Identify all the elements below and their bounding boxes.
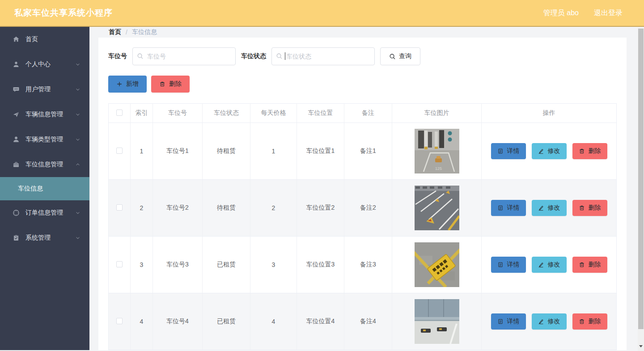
home-icon xyxy=(13,36,20,43)
cell-price: 1 xyxy=(250,123,297,180)
compass-icon xyxy=(13,209,20,216)
detail-button[interactable]: 详情 xyxy=(491,313,526,330)
admin-user-menu[interactable]: 管理员 abo xyxy=(543,8,579,18)
vertical-scrollbar[interactable] xyxy=(638,28,644,351)
trash-icon xyxy=(579,205,585,211)
parking-photo[interactable]: 125 xyxy=(415,129,459,173)
row-checkbox[interactable] xyxy=(116,261,123,267)
app-header: 私家车位共享系统小程序 管理员 abo 退出登录 xyxy=(0,0,644,27)
delete-button-label: 删除 xyxy=(589,317,601,326)
spot-number-input[interactable] xyxy=(132,47,236,65)
cell-note: 备注1 xyxy=(344,123,392,180)
delete-button[interactable]: 删除 xyxy=(572,200,607,216)
content-card: 车位号 车位状态 查询 xyxy=(98,38,627,350)
query-button[interactable]: 查询 xyxy=(380,47,420,65)
sidebar-item-label: 车辆信息管理 xyxy=(25,110,75,118)
table-row: 1 车位号1 待租赁 1 车位位置1 备注1 xyxy=(109,123,617,180)
delete-button[interactable]: 删除 xyxy=(572,143,607,159)
cell-note: 备注2 xyxy=(344,180,392,237)
detail-button-label: 详情 xyxy=(507,261,520,269)
spot-number-label: 车位号 xyxy=(108,52,127,60)
cell-location: 车位位置3 xyxy=(297,237,344,293)
detail-button[interactable]: 详情 xyxy=(491,257,526,273)
col-location: 车位位置 xyxy=(297,104,344,123)
table-row: 3 车位号3 已租赁 3 车位位置3 备注3 xyxy=(109,237,617,293)
chevron-up-icon xyxy=(75,162,80,167)
scrollbar-thumb[interactable] xyxy=(638,29,644,329)
parking-photo[interactable] xyxy=(415,186,459,230)
spot-number-field-wrap xyxy=(132,47,236,65)
add-button-label: 新增 xyxy=(126,80,139,88)
pen-icon xyxy=(538,318,544,325)
query-button-label: 查询 xyxy=(399,52,411,60)
edit-button[interactable]: 修改 xyxy=(532,200,567,216)
cell-spot: 车位号4 xyxy=(153,293,203,350)
sidebar-item-order-info-management[interactable]: 订单信息管理 xyxy=(0,200,89,225)
cell-location: 车位位置1 xyxy=(297,123,344,180)
detail-button[interactable]: 详情 xyxy=(491,143,526,159)
sidebar-item-label: 车辆类型管理 xyxy=(25,135,75,144)
edit-button[interactable]: 修改 xyxy=(532,143,567,159)
breadcrumb-home[interactable]: 首页 xyxy=(109,28,121,36)
row-checkbox[interactable] xyxy=(116,204,123,211)
pen-icon xyxy=(538,205,544,211)
cell-spot: 车位号1 xyxy=(153,123,203,180)
sidebar-item-user-management[interactable]: 用户管理 xyxy=(0,77,89,102)
detail-button-label: 详情 xyxy=(507,204,520,212)
plus-icon xyxy=(116,81,123,87)
cell-status: 待租赁 xyxy=(203,123,250,180)
edit-button-label: 修改 xyxy=(548,204,560,212)
cell-note: 备注3 xyxy=(344,237,392,293)
sidebar-subitem-parking-info-active[interactable]: 车位信息 xyxy=(0,177,89,200)
cell-status: 已租赁 xyxy=(203,237,250,293)
sidebar-item-home[interactable]: 首页 xyxy=(0,27,89,52)
cell-note: 备注4 xyxy=(344,293,392,350)
breadcrumb-separator: / xyxy=(126,29,127,36)
chevron-down-icon xyxy=(75,112,80,117)
sidebar-item-personal-center[interactable]: 个人中心 xyxy=(0,52,89,77)
edit-button-label: 修改 xyxy=(548,147,560,155)
text-caret xyxy=(285,52,285,60)
chat-icon xyxy=(13,86,20,93)
logout-link[interactable]: 退出登录 xyxy=(594,8,623,18)
scrollbar-down-arrow-icon[interactable] xyxy=(639,345,643,347)
select-all-checkbox[interactable] xyxy=(116,110,123,116)
user-icon xyxy=(13,61,20,68)
cell-spot: 车位号2 xyxy=(153,180,203,237)
batch-delete-button[interactable]: 删除 xyxy=(151,76,190,93)
col-actions: 操作 xyxy=(482,104,617,123)
chevron-down-icon xyxy=(75,87,80,92)
sidebar-item-system-management[interactable]: 系统管理 xyxy=(0,225,89,250)
col-price: 每天价格 xyxy=(250,104,297,123)
sidebar-item-parking-info-management[interactable]: 车位信息管理 xyxy=(0,152,89,177)
table-toolbar: 新增 删除 xyxy=(108,76,617,93)
trash-icon xyxy=(579,262,585,268)
cell-index: 1 xyxy=(131,123,153,180)
row-checkbox[interactable] xyxy=(116,148,123,154)
add-button[interactable]: 新增 xyxy=(108,76,147,93)
cell-price: 2 xyxy=(250,180,297,237)
breadcrumb-current: 车位信息 xyxy=(132,28,157,36)
edit-button[interactable]: 修改 xyxy=(532,313,567,330)
detail-button[interactable]: 详情 xyxy=(491,200,526,216)
cell-index: 2 xyxy=(131,180,153,237)
delete-button-label: 删除 xyxy=(589,204,601,212)
delete-button-label: 删除 xyxy=(589,261,601,269)
table-header-row: 索引 车位号 车位状态 每天价格 车位位置 备注 车位图片 操作 xyxy=(109,104,617,123)
sidebar-item-vehicle-info-management[interactable]: 车辆信息管理 xyxy=(0,102,89,127)
document-icon xyxy=(497,262,504,268)
spot-status-input[interactable] xyxy=(271,47,375,65)
parking-photo[interactable] xyxy=(415,242,459,287)
edit-button[interactable]: 修改 xyxy=(532,257,567,273)
delete-button[interactable]: 删除 xyxy=(572,313,607,330)
row-checkbox[interactable] xyxy=(116,318,123,324)
parking-photo[interactable] xyxy=(415,299,459,344)
sidebar-item-vehicle-type-management[interactable]: 车辆类型管理 xyxy=(0,127,89,152)
sidebar-item-label: 个人中心 xyxy=(25,60,75,68)
pen-icon xyxy=(538,262,544,268)
cell-index: 3 xyxy=(131,237,153,293)
document-icon xyxy=(497,318,504,325)
delete-button-label: 删除 xyxy=(169,80,182,88)
cell-status: 待租赁 xyxy=(203,180,250,237)
delete-button[interactable]: 删除 xyxy=(572,257,607,273)
